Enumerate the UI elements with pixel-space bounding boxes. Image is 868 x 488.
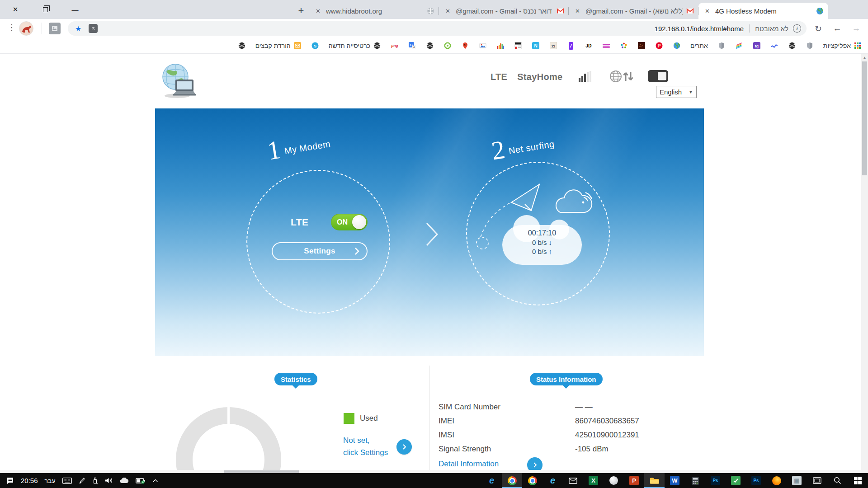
bookmark-item[interactable]: אפליקציות — [823, 42, 862, 50]
bookmark-item[interactable]: אתרים — [690, 42, 708, 49]
tab-close-icon[interactable]: ✕ — [314, 7, 322, 15]
taskbar-app-word[interactable]: W — [665, 473, 685, 488]
taskbar-app-photoshop[interactable]: Ps — [705, 473, 726, 488]
scroll-up-icon[interactable]: ▲ — [861, 56, 868, 60]
security-label[interactable]: לא מאובטח — [755, 25, 788, 33]
chevron-up-icon[interactable] — [152, 479, 158, 483]
taskbar-app-pale-app[interactable]: ▣ — [787, 473, 807, 488]
taskbar-app-photoshop[interactable]: Ps — [746, 473, 766, 488]
taskbar-app-explorer[interactable] — [644, 473, 665, 488]
bookmark-item[interactable] — [496, 42, 505, 50]
bookmark-item[interactable] — [461, 42, 469, 50]
bookmark-item[interactable]: הורדת קבצים — [255, 42, 302, 50]
bookmark-item[interactable] — [238, 42, 246, 50]
bookmark-item[interactable]: tg — [753, 42, 761, 50]
bookmark-item[interactable] — [673, 42, 681, 50]
svg-text:S: S — [314, 44, 316, 48]
new-tab-button[interactable]: + — [293, 3, 309, 19]
toggle-knob[interactable] — [352, 215, 366, 229]
bookmark-item[interactable] — [717, 42, 726, 50]
step2-label: 2 Net surfing — [490, 130, 556, 163]
bookmark-item[interactable]: P — [655, 42, 663, 50]
address-bar[interactable]: ★ 192.168.0.1/index.html#home לא מאובטח … — [68, 21, 807, 36]
bookmark-item[interactable] — [637, 42, 646, 50]
task-view-button[interactable] — [807, 473, 827, 488]
detail-information-link[interactable]: Detail Information — [439, 460, 499, 469]
statistics-settings-button[interactable] — [396, 439, 412, 455]
bookmark-item[interactable]: N — [532, 42, 540, 50]
profile-avatar[interactable] — [19, 21, 33, 36]
bookmark-item[interactable]: JD — [585, 42, 593, 50]
taskbar-app-powerpoint[interactable]: P — [624, 473, 644, 488]
clock[interactable]: 20:56 — [21, 477, 38, 484]
bookmark-item[interactable] — [602, 42, 610, 50]
action-center-icon[interactable] — [6, 477, 14, 484]
usb-icon[interactable] — [92, 477, 98, 484]
taskbar-app-green-app[interactable] — [726, 473, 746, 488]
translate-toolbar-icon[interactable] — [89, 24, 98, 33]
taskbar-app-firefox[interactable] — [766, 473, 787, 488]
tab-hidabroot[interactable]: ✕ www.hidabroot.org — [309, 3, 439, 19]
bookmark-item[interactable] — [567, 42, 575, 50]
bookmark-item[interactable]: png — [391, 42, 399, 50]
bookmark-item[interactable] — [479, 42, 487, 50]
language-indicator[interactable]: עבר — [45, 477, 56, 484]
search-button[interactable] — [827, 473, 848, 488]
bookmark-item[interactable]: בנ — [549, 42, 557, 50]
bookmark-item[interactable] — [770, 42, 778, 50]
taskbar-app-chrome[interactable] — [522, 473, 542, 488]
taskbar-app-sphere[interactable] — [604, 473, 624, 488]
not-set-link-line1[interactable]: Not set, — [343, 436, 370, 445]
horizontal-scrollbar-thumb[interactable] — [224, 470, 299, 473]
taskbar-app-mail[interactable] — [563, 473, 583, 488]
earth-icon — [673, 42, 681, 50]
tab-gmail-inbox[interactable]: ✕ @gmail.com - Gmail - דואר נכנס — [439, 3, 569, 19]
lte-toggle[interactable]: ON — [331, 214, 368, 230]
tab-4g-hostless-modem[interactable]: ✕ 4G Hostless Modem — [698, 3, 828, 19]
tab-gmail-nosubject[interactable]: ✕ @gmail.com - Gmail - (ללא נושא) — [569, 3, 698, 19]
bookmark-star-icon[interactable]: ★ — [75, 24, 81, 33]
taskbar-app-chrome[interactable] — [502, 473, 522, 488]
onedrive-icon[interactable] — [120, 478, 129, 483]
pen-icon[interactable] — [79, 477, 85, 484]
bookmark-item[interactable]: S — [311, 42, 319, 50]
touch-keyboard-icon[interactable] — [62, 478, 72, 484]
battery-icon[interactable] — [136, 478, 146, 484]
status-row-value: — — — [575, 403, 593, 412]
forward-icon[interactable]: → — [849, 21, 863, 36]
bookmark-item[interactable] — [806, 42, 814, 50]
info-icon[interactable]: i — [793, 24, 801, 33]
volume-icon[interactable] — [105, 477, 113, 484]
settings-button[interactable]: Settings — [272, 242, 368, 260]
bookmark-item[interactable]: כרטיסייה חדשה — [329, 42, 381, 50]
bookmark-item[interactable] — [443, 42, 452, 50]
bookmark-item[interactable] — [735, 42, 743, 50]
vertical-scrollbar-thumb[interactable] — [862, 61, 867, 175]
header-status-cluster: LTE StayHome — [491, 69, 669, 85]
not-set-link-line2[interactable]: click Settings — [343, 448, 388, 457]
taskbar-app-excel[interactable]: X — [583, 473, 604, 488]
language-selector[interactable]: English ▼ — [656, 86, 697, 98]
tab-close-icon[interactable]: ✕ — [703, 7, 712, 15]
bookmark-item[interactable] — [426, 42, 434, 50]
bookmark-item[interactable] — [620, 42, 628, 50]
window-restore-icon[interactable] — [39, 6, 52, 14]
back-icon[interactable]: ← — [830, 21, 844, 36]
url-text[interactable]: 192.168.0.1/index.html#home — [655, 25, 744, 33]
bookmark-item[interactable] — [788, 42, 796, 50]
reload-icon[interactable]: ↻ — [811, 21, 826, 36]
window-close-icon[interactable]: ✕ — [9, 5, 22, 14]
start-button[interactable] — [848, 473, 868, 488]
taskbar-app-edge[interactable]: e — [481, 473, 502, 488]
taskbar-app-ie[interactable]: e — [542, 473, 563, 488]
tab-close-icon[interactable]: ✕ — [443, 7, 452, 15]
taskbar-app-calculator[interactable] — [685, 473, 705, 488]
menu-kebab-icon[interactable]: ⋮ — [7, 22, 16, 33]
horizontal-scrollbar[interactable] — [0, 470, 861, 473]
vertical-scrollbar[interactable]: ▲ — [861, 54, 868, 473]
bookmark-item[interactable] — [514, 42, 522, 50]
tab-close-icon[interactable]: ✕ — [573, 7, 582, 15]
extension-icon[interactable] — [49, 23, 61, 34]
window-minimize-icon[interactable]: — — [69, 6, 81, 14]
bookmark-item[interactable]: GA — [408, 42, 416, 50]
